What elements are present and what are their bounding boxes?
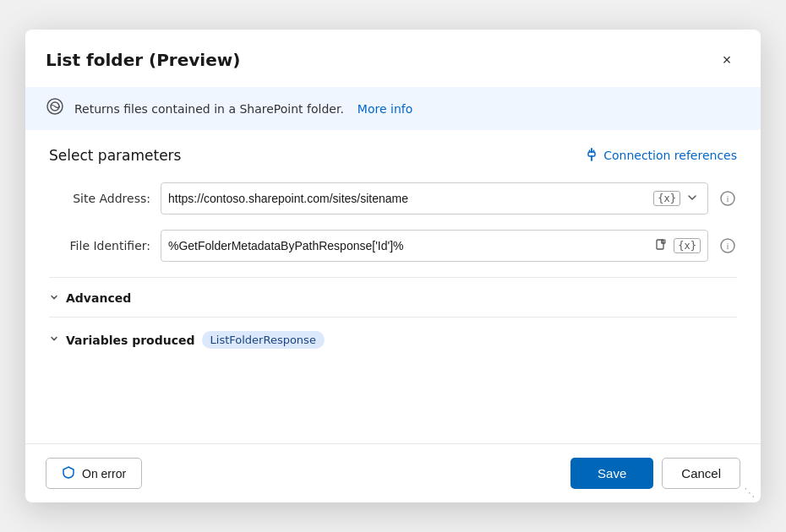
dialog-footer: On error Save Cancel xyxy=(25,443,761,502)
svg-text:i: i xyxy=(726,193,729,204)
resize-handle[interactable]: ⋱ xyxy=(744,486,756,499)
dialog-header: List folder (Preview) × xyxy=(25,30,761,87)
connection-references-label: Connection references xyxy=(603,149,737,162)
cancel-button[interactable]: Cancel xyxy=(662,458,740,489)
site-address-actions: {x} xyxy=(653,191,701,207)
file-identifier-input-wrapper: {x} xyxy=(161,230,708,262)
info-text: Returns files contained in a SharePoint … xyxy=(74,102,344,116)
svg-text:i: i xyxy=(726,241,729,251)
variables-chevron-icon xyxy=(49,334,59,346)
site-address-token: {x} xyxy=(653,191,680,206)
section-header: Select parameters Connection references xyxy=(49,147,737,164)
advanced-toggle[interactable]: Advanced xyxy=(49,291,737,305)
file-identifier-token: {x} xyxy=(674,238,701,253)
on-error-button[interactable]: On error xyxy=(46,458,142,489)
dialog: List folder (Preview) × Returns files co… xyxy=(25,30,761,502)
close-button[interactable]: × xyxy=(713,46,740,73)
file-identifier-input[interactable] xyxy=(168,239,647,252)
advanced-chevron-icon xyxy=(49,292,59,305)
file-identifier-info-button[interactable]: i xyxy=(718,236,737,255)
footer-right-actions: Save Cancel xyxy=(570,458,740,489)
shield-icon xyxy=(62,465,75,481)
site-address-input-wrapper: {x} xyxy=(161,182,708,214)
variable-badge: ListFolderResponse xyxy=(202,331,325,349)
site-address-dropdown[interactable] xyxy=(684,191,701,207)
site-address-info-button[interactable]: i xyxy=(718,189,737,208)
file-identifier-file-icon[interactable] xyxy=(652,237,670,255)
site-address-label: Site Address: xyxy=(49,192,150,205)
site-address-input[interactable] xyxy=(168,192,648,205)
dialog-title: List folder (Preview) xyxy=(46,50,240,70)
more-info-link[interactable]: More info xyxy=(358,102,412,116)
sharepoint-icon xyxy=(46,97,64,120)
file-identifier-actions: {x} xyxy=(652,237,701,255)
advanced-label: Advanced xyxy=(66,291,131,305)
variables-label: Variables produced xyxy=(66,334,195,347)
connection-references-button[interactable]: Connection references xyxy=(585,148,737,164)
plug-icon xyxy=(585,148,598,164)
on-error-label: On error xyxy=(82,467,126,480)
file-identifier-label: File Identifier: xyxy=(49,239,150,252)
svg-rect-9 xyxy=(657,240,663,249)
save-button[interactable]: Save xyxy=(570,458,653,489)
variables-produced-row[interactable]: Variables produced ListFolderResponse xyxy=(49,331,737,349)
divider-2 xyxy=(49,317,737,318)
site-address-row: Site Address: {x} i xyxy=(49,182,737,214)
info-banner: Returns files contained in a SharePoint … xyxy=(25,87,761,130)
section-title: Select parameters xyxy=(49,147,181,164)
divider-1 xyxy=(49,277,737,278)
dialog-body: Select parameters Connection references … xyxy=(25,130,761,443)
file-identifier-row: File Identifier: {x} i xyxy=(49,230,737,262)
